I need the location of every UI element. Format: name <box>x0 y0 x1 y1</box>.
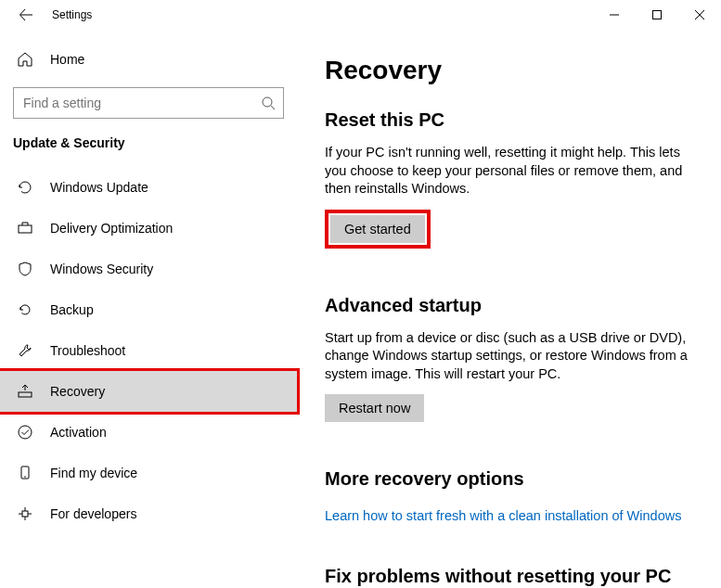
check-circle-icon <box>17 424 33 441</box>
close-button[interactable] <box>678 0 721 30</box>
category-header: Update & Security <box>0 132 297 167</box>
window-controls <box>593 0 721 30</box>
clean-install-link[interactable]: Learn how to start fresh with a clean in… <box>325 508 681 523</box>
arrow-left-icon <box>19 7 33 22</box>
sidebar-item-windows-security[interactable]: Windows Security <box>0 249 297 289</box>
maximize-button[interactable] <box>636 0 678 30</box>
wrench-icon <box>17 342 33 359</box>
sidebar: Home Update & Security Windows Update <box>0 30 297 588</box>
page-title: Recovery <box>325 56 693 85</box>
sidebar-item-for-developers[interactable]: For developers <box>0 493 297 534</box>
sidebar-item-troubleshoot[interactable]: Troubleshoot <box>0 330 297 371</box>
svg-point-1 <box>263 97 272 107</box>
svg-rect-7 <box>22 511 28 517</box>
maximize-icon <box>652 10 662 19</box>
sidebar-item-activation[interactable]: Activation <box>0 412 297 453</box>
settings-window: Settings Home <box>0 0 721 588</box>
search-box[interactable] <box>13 87 284 119</box>
recovery-icon <box>17 383 33 400</box>
search-icon <box>261 96 276 110</box>
more-options-heading: More recovery options <box>325 468 693 490</box>
backup-icon <box>17 301 33 318</box>
sidebar-item-label: Activation <box>50 425 107 440</box>
svg-point-6 <box>24 476 26 478</box>
advanced-heading: Advanced startup <box>325 295 693 316</box>
window-title: Settings <box>52 8 92 21</box>
sidebar-item-recovery[interactable]: Recovery <box>0 371 297 412</box>
fix-problems-heading: Fix problems without resetting your PC <box>325 566 693 587</box>
home-label: Home <box>50 52 84 67</box>
svg-rect-3 <box>19 392 32 397</box>
reset-body: If your PC isn't running well, resetting… <box>325 144 693 198</box>
reset-heading: Reset this PC <box>325 109 693 131</box>
sidebar-item-backup[interactable]: Backup <box>0 289 297 330</box>
back-button[interactable] <box>11 0 41 30</box>
sidebar-item-find-my-device[interactable]: Find my device <box>0 453 297 493</box>
titlebar: Settings <box>0 0 721 30</box>
sidebar-item-windows-update[interactable]: Windows Update <box>0 167 297 208</box>
shield-icon <box>17 261 33 277</box>
sidebar-item-label: Windows Update <box>50 180 148 195</box>
search-input[interactable] <box>23 96 251 110</box>
home-icon <box>17 51 33 68</box>
get-started-highlight: Get started <box>325 210 431 249</box>
sidebar-item-delivery-optimization[interactable]: Delivery Optimization <box>0 208 297 249</box>
get-started-button[interactable]: Get started <box>330 215 425 243</box>
svg-rect-2 <box>19 225 32 233</box>
minimize-button[interactable] <box>593 0 636 30</box>
home-nav[interactable]: Home <box>0 39 297 80</box>
advanced-body: Start up from a device or disc (such as … <box>325 329 693 384</box>
sidebar-item-label: Find my device <box>50 466 137 480</box>
restart-now-button[interactable]: Restart now <box>325 394 424 422</box>
svg-point-4 <box>19 426 32 439</box>
sidebar-item-label: Windows Security <box>50 262 153 276</box>
minimize-icon <box>610 10 619 19</box>
developers-icon <box>17 505 33 522</box>
location-icon <box>17 465 33 481</box>
sidebar-item-label: Recovery <box>50 384 105 399</box>
close-icon <box>695 10 704 19</box>
delivery-icon <box>17 220 33 236</box>
main-content: Recovery Reset this PC If your PC isn't … <box>297 30 721 588</box>
sidebar-item-label: Delivery Optimization <box>50 221 173 236</box>
svg-rect-0 <box>653 11 662 19</box>
sidebar-item-label: Backup <box>50 302 94 317</box>
sidebar-item-label: For developers <box>50 506 136 521</box>
refresh-icon <box>17 179 33 196</box>
sidebar-item-label: Troubleshoot <box>50 343 125 358</box>
